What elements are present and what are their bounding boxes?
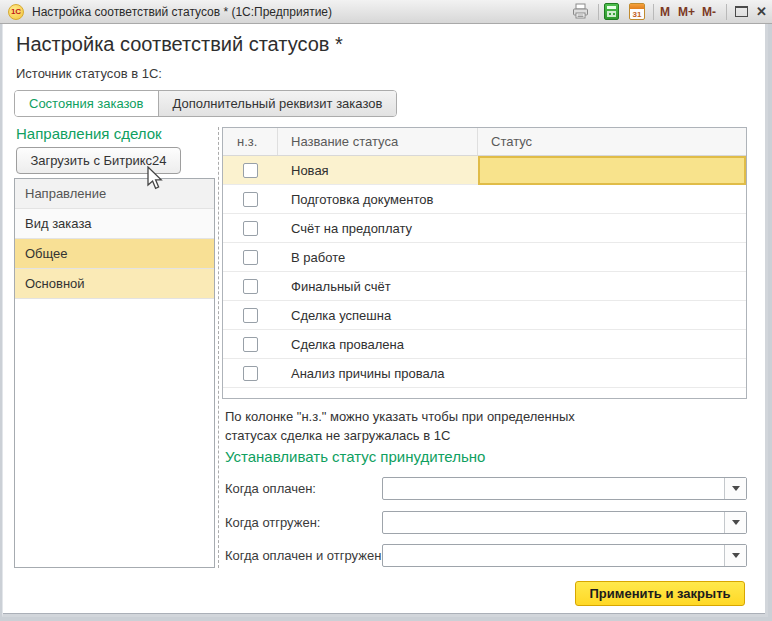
when-paid-select[interactable] xyxy=(382,477,747,500)
table-row[interactable]: Подготовка документов xyxy=(223,185,746,214)
tab-order-states[interactable]: Состояния заказов xyxy=(15,91,158,116)
directions-list: Направление Вид заказа Общее Основной xyxy=(14,178,215,568)
app-window: 1С Настройка соответствий статусов * (1С… xyxy=(0,0,772,621)
list-item[interactable]: Основной xyxy=(15,269,214,299)
list-item[interactable]: Общее xyxy=(15,239,214,269)
column-header-nz[interactable]: н.з. xyxy=(223,128,278,155)
nz-checkbox-cell xyxy=(223,163,278,178)
when-shipped-label: Когда отгружен: xyxy=(225,515,320,530)
nz-column-note: По колонке "н.з." можно указать чтобы пр… xyxy=(225,407,575,445)
titlebar: 1С Настройка соответствий статусов * (1С… xyxy=(0,0,772,24)
table-row[interactable]: Счёт на предоплату xyxy=(223,214,746,243)
column-header-status-name[interactable]: Название статуса xyxy=(278,128,478,155)
status-name-cell[interactable]: Счёт на предоплату xyxy=(278,221,478,236)
status-source-label: Источник статусов в 1С: xyxy=(16,66,162,81)
titlebar-separator xyxy=(598,4,599,20)
when-shipped-select[interactable] xyxy=(382,511,747,534)
when-paid-and-shipped-select[interactable] xyxy=(382,544,747,567)
column-header-status[interactable]: Статус xyxy=(478,128,746,155)
status-name-cell[interactable]: Подготовка документов xyxy=(278,192,478,207)
status-name-cell[interactable]: Анализ причины провала xyxy=(278,366,478,381)
tab-additional-attribute[interactable]: Дополнительный реквизит заказов xyxy=(158,91,397,116)
when-shipped-value[interactable] xyxy=(383,512,724,533)
nz-checkbox[interactable] xyxy=(243,337,258,352)
1c-logo-icon: 1С xyxy=(8,4,24,20)
titlebar-separator xyxy=(653,4,654,20)
when-paid-value[interactable] xyxy=(383,478,724,499)
close-button[interactable]: ✕ xyxy=(756,3,767,21)
chevron-down-icon xyxy=(732,553,740,558)
nz-checkbox-cell xyxy=(223,308,278,323)
nz-checkbox[interactable] xyxy=(243,221,258,236)
nz-checkbox-cell xyxy=(223,279,278,294)
apply-and-close-button[interactable]: Применить и закрыть xyxy=(575,581,745,606)
when-paid-dropdown-button[interactable] xyxy=(724,478,746,499)
when-paid-and-shipped-value[interactable] xyxy=(383,545,724,566)
status-source-switch: Состояния заказов Дополнительный реквизи… xyxy=(14,90,397,117)
nz-checkbox[interactable] xyxy=(243,366,258,381)
force-status-heading: Устанавливать статус принудительно xyxy=(225,448,485,465)
window-title: Настройка соответствий статусов * (1С:Пр… xyxy=(32,0,332,24)
chevron-down-icon xyxy=(732,520,740,525)
memory-m-button[interactable]: M xyxy=(660,3,670,21)
chevron-down-icon xyxy=(732,486,740,491)
status-value-input[interactable] xyxy=(478,156,746,185)
status-name-cell[interactable]: В работе xyxy=(278,250,478,265)
calculator-icon[interactable] xyxy=(604,3,619,21)
when-paid-and-shipped-label: Когда оплачен и отгружен: xyxy=(225,548,385,563)
directions-column-header[interactable]: Направление xyxy=(15,179,214,209)
nz-checkbox[interactable] xyxy=(243,279,258,294)
table-header: н.з. Название статуса Статус xyxy=(223,128,746,156)
when-shipped-dropdown-button[interactable] xyxy=(724,512,746,533)
titlebar-separator xyxy=(726,4,727,20)
nz-checkbox[interactable] xyxy=(243,192,258,207)
when-paid-label: Когда оплачен: xyxy=(225,481,316,496)
mouse-cursor xyxy=(147,166,169,196)
table-row[interactable]: В работе xyxy=(223,243,746,272)
nz-checkbox-cell xyxy=(223,337,278,352)
status-name-cell[interactable]: Сделка успешна xyxy=(278,308,478,323)
table-row[interactable]: Финальный счёт xyxy=(223,272,746,301)
status-mapping-table: н.з. Название статуса Статус Новая Подго… xyxy=(222,127,747,399)
deal-directions-heading: Направления сделок xyxy=(16,125,162,142)
nz-checkbox[interactable] xyxy=(243,163,258,178)
memory-m-plus-button[interactable]: M+ xyxy=(678,3,695,21)
table-row[interactable]: Сделка провалена xyxy=(223,330,746,359)
status-name-cell[interactable]: Финальный счёт xyxy=(278,279,478,294)
status-name-cell[interactable]: Новая xyxy=(278,163,478,178)
list-item[interactable]: Вид заказа xyxy=(15,209,214,239)
nz-checkbox-cell xyxy=(223,366,278,381)
table-row[interactable]: Новая xyxy=(223,156,746,185)
nz-checkbox-cell xyxy=(223,192,278,207)
when-paid-and-shipped-dropdown-button[interactable] xyxy=(724,545,746,566)
nz-checkbox-cell xyxy=(223,221,278,236)
print-icon[interactable] xyxy=(572,3,589,21)
page-title: Настройка соответствий статусов * xyxy=(16,33,343,56)
memory-m-minus-button[interactable]: M- xyxy=(702,3,716,21)
nz-checkbox[interactable] xyxy=(243,308,258,323)
status-name-cell[interactable]: Сделка провалена xyxy=(278,337,478,352)
table-row[interactable]: Сделка успешна xyxy=(223,301,746,330)
table-row[interactable]: Анализ причины провала xyxy=(223,359,746,388)
nz-checkbox-cell xyxy=(223,250,278,265)
panel-splitter[interactable] xyxy=(218,127,219,568)
nz-checkbox[interactable] xyxy=(243,250,258,265)
calendar-icon[interactable]: 31 xyxy=(629,3,645,21)
maximize-button[interactable] xyxy=(735,3,748,21)
